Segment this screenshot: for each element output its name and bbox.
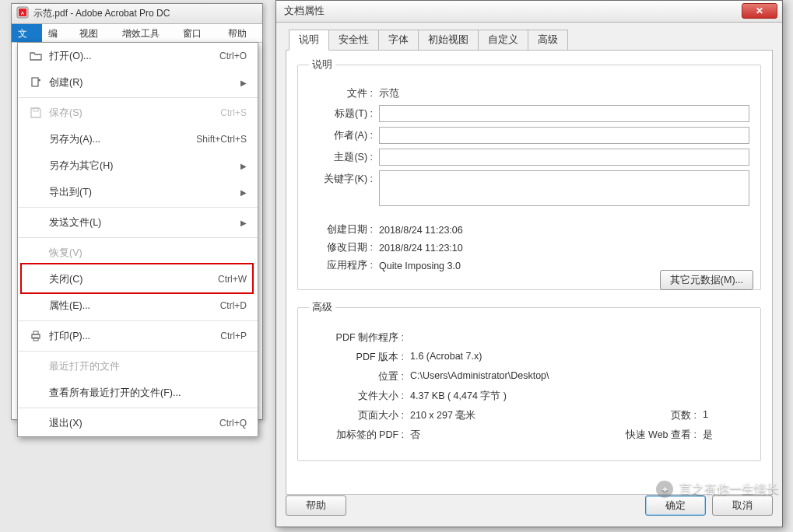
chevron-right-icon: ▶ <box>234 188 247 197</box>
menu-item-label: 发送文件(L) <box>46 216 234 229</box>
menu-item-1[interactable]: 创建(R)▶ <box>18 69 258 96</box>
menu-item-3: 保存(S)Ctrl+S <box>18 100 258 126</box>
menu-item-shortcut: Ctrl+P <box>220 331 247 341</box>
menu-item-19[interactable]: 退出(X)Ctrl+Q <box>18 410 258 436</box>
menu-item-label: 最近打开的文件 <box>46 360 247 373</box>
document-properties-dialog: 文档属性 ✕ 说明 安全性 字体 初始视图 自定义 高级 说明 文件 : 示范 … <box>275 0 783 527</box>
dialog-body: 说明 安全性 字体 初始视图 自定义 高级 说明 文件 : 示范 标题(T) :… <box>276 23 782 527</box>
menu-item-16: 最近打开的文件 <box>18 353 258 380</box>
tagged-label: 加标签的 PDF : <box>309 429 410 442</box>
pages-label: 页数 : <box>602 409 703 422</box>
location-value: C:\Users\Administrator\Desktop\ <box>410 370 749 383</box>
producer-value <box>410 331 749 345</box>
description-group: 说明 文件 : 示范 标题(T) : 作者(A) : 主题(S) : <box>297 58 761 290</box>
tab-advanced[interactable]: 高级 <box>528 30 568 51</box>
menu-file[interactable]: 文件 <box>12 24 42 42</box>
folder-open-icon <box>26 50 46 62</box>
author-input[interactable] <box>379 127 749 144</box>
dialog-close-button[interactable]: ✕ <box>742 3 777 19</box>
version-label: PDF 版本 : <box>309 351 410 364</box>
watermark: ✦ 言之有你一生情长 <box>656 481 779 498</box>
more-metadata-button[interactable]: 其它元数据(M)... <box>660 270 753 290</box>
watermark-text: 言之有你一生情长 <box>679 481 779 498</box>
menu-item-8[interactable]: 发送文件(L)▶ <box>18 209 258 236</box>
menu-item-5[interactable]: 另存为其它(H)▶ <box>18 152 258 179</box>
keywords-input[interactable] <box>379 170 749 206</box>
dialog-title-bar: 文档属性 ✕ <box>276 1 782 23</box>
pagesize-label: 页面大小 : <box>309 409 410 422</box>
tab-fonts[interactable]: 字体 <box>378 30 419 51</box>
menu-item-12[interactable]: 属性(E)...Ctrl+D <box>18 292 258 319</box>
title-label: 标题(T) : <box>309 107 379 121</box>
subject-input[interactable] <box>379 149 749 166</box>
modified-value: 2018/8/24 11:23:10 <box>379 243 749 254</box>
menu-item-6[interactable]: 导出到(T)▶ <box>18 179 258 205</box>
advanced-group: 高级 PDF 制作程序 : PDF 版本 : 1.6 (Acrobat 7.x)… <box>297 301 761 461</box>
fastweb-label: 快速 Web 查看 : <box>602 429 703 442</box>
created-label: 创建日期 : <box>309 223 379 236</box>
menu-item-10: 恢复(V) <box>18 240 258 266</box>
advanced-legend: 高级 <box>309 301 335 314</box>
menu-item-label: 导出到(T) <box>46 186 234 199</box>
menu-item-17[interactable]: 查看所有最近打开的文件(F)... <box>18 380 258 406</box>
dialog-title-text: 文档属性 <box>284 5 325 18</box>
menu-window[interactable]: 窗口(W) <box>177 24 222 42</box>
menu-item-shortcut: Ctrl+O <box>219 51 247 61</box>
version-value: 1.6 (Acrobat 7.x) <box>410 351 749 364</box>
created-value: 2018/8/24 11:23:06 <box>379 225 749 236</box>
menu-item-label: 另存为其它(H) <box>46 159 234 173</box>
menu-item-label: 保存(S) <box>46 107 220 120</box>
pages-value: 1 <box>703 409 749 422</box>
menu-item-11[interactable]: 关闭(C)Ctrl+W <box>18 266 258 292</box>
filesize-value: 4.37 KB ( 4,474 字节 ) <box>410 390 749 403</box>
cancel-button[interactable]: 取消 <box>712 495 773 516</box>
tab-security[interactable]: 安全性 <box>328 30 379 51</box>
pdf-icon: A <box>16 6 29 21</box>
menu-item-0[interactable]: 打开(O)...Ctrl+O <box>18 43 258 69</box>
tab-pane-description: 说明 文件 : 示范 标题(T) : 作者(A) : 主题(S) : <box>286 50 773 495</box>
save-icon <box>26 107 46 119</box>
title-input[interactable] <box>379 105 749 122</box>
menu-item-label: 恢复(V) <box>46 247 247 260</box>
menu-help[interactable]: 帮助(H <box>222 24 262 42</box>
menu-item-label: 另存为(A)... <box>46 133 196 146</box>
producer-label: PDF 制作程序 : <box>309 331 410 345</box>
ok-button[interactable]: 确定 <box>645 495 706 516</box>
menu-item-label: 打印(P)... <box>46 330 220 343</box>
menu-item-14[interactable]: 打印(P)...Ctrl+P <box>18 323 258 349</box>
acrobat-title-bar: A 示范.pdf - Adobe Acrobat Pro DC <box>12 4 262 24</box>
file-label: 文件 : <box>309 87 379 100</box>
menu-item-label: 创建(R) <box>46 76 234 89</box>
help-button[interactable]: 帮助 <box>286 495 346 516</box>
app-label: 应用程序 : <box>309 259 379 272</box>
dialog-tabs: 说明 安全性 字体 初始视图 自定义 高级 <box>289 29 773 50</box>
close-icon: ✕ <box>756 5 763 16</box>
menu-item-label: 关闭(C) <box>46 273 218 286</box>
menu-item-shortcut: Shift+Ctrl+S <box>196 134 247 145</box>
menu-item-4[interactable]: 另存为(A)...Shift+Ctrl+S <box>18 126 258 152</box>
menu-edit[interactable]: 编辑 <box>42 24 72 42</box>
file-value: 示范 <box>379 87 749 100</box>
svg-rect-3 <box>32 78 38 86</box>
menu-item-label: 打开(O)... <box>46 50 219 63</box>
tab-initialview[interactable]: 初始视图 <box>418 30 479 51</box>
menu-view[interactable]: 视图(V) <box>73 24 116 42</box>
chevron-right-icon: ▶ <box>234 219 247 227</box>
acrobat-title-text: 示范.pdf - Adobe Acrobat Pro DC <box>33 7 170 20</box>
acrobat-menubar: 文件 编辑 视图(V) 增效工具(P) 窗口(W) 帮助(H <box>12 24 262 43</box>
tab-custom[interactable]: 自定义 <box>478 30 528 51</box>
menu-item-shortcut: Ctrl+D <box>220 300 247 311</box>
menu-item-label: 查看所有最近打开的文件(F)... <box>46 387 247 400</box>
menu-item-shortcut: Ctrl+Q <box>219 418 247 429</box>
chevron-right-icon: ▶ <box>234 162 247 170</box>
menu-item-label: 属性(E)... <box>46 299 220 313</box>
tagged-value: 否 <box>410 429 602 442</box>
tab-description[interactable]: 说明 <box>289 30 329 51</box>
file-menu-dropdown: 打开(O)...Ctrl+O创建(R)▶保存(S)Ctrl+S另存为(A)...… <box>17 42 258 437</box>
chevron-right-icon: ▶ <box>234 79 247 87</box>
menu-plugins[interactable]: 增效工具(P) <box>116 24 177 42</box>
menu-item-shortcut: Ctrl+S <box>220 107 247 118</box>
svg-text:A: A <box>21 11 25 16</box>
wechat-icon: ✦ <box>656 481 673 498</box>
filesize-label: 文件大小 : <box>309 390 410 403</box>
